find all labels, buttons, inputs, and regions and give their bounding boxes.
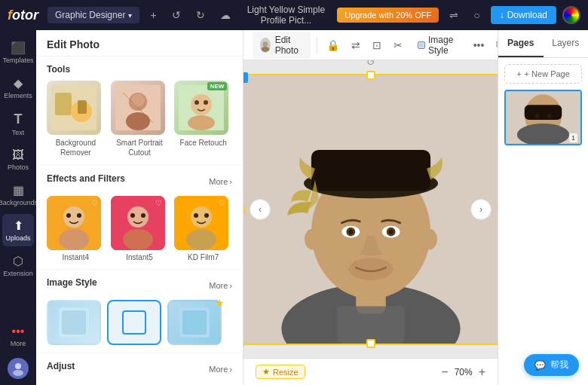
handle-bottom[interactable] [366,339,375,348]
color-picker-icon[interactable] [562,6,580,24]
chat-button[interactable]: 💬 帮我 [524,354,579,376]
tool-bg-remover[interactable]: BackgroundRemover [47,81,105,157]
effect-instant5[interactable]: ♡ Instant5 [111,196,169,261]
tool-face-retouch[interactable]: NEW Face Retouch [174,81,232,157]
svg-point-29 [186,229,216,250]
new-page-label: + New Page [525,69,570,78]
sidebar-label-templates: Templates [2,57,33,64]
more-dots-icon: ••• [12,325,25,338]
canvas-nav-right[interactable]: › [470,199,492,220]
style-item-3[interactable]: ★ [167,300,222,345]
tool-portrait[interactable]: Smart PortraitCutout [111,81,169,157]
tool-thumb-portrait [111,81,165,135]
sidebar-item-text[interactable]: T Text [2,107,34,141]
undo-icon[interactable]: ↺ [167,6,185,24]
panel-title: Edit Photo [47,38,100,50]
sidebar-item-uploads[interactable]: ⬆ Uploads [2,214,34,246]
add-page-icon[interactable]: + [145,6,161,24]
style-chevron-icon: › [229,281,232,290]
tool-label-bg: BackgroundRemover [47,138,105,157]
handle-top[interactable] [366,71,375,80]
sidebar-label-more: More [11,340,26,347]
download-label: Download [507,10,547,20]
cut-icon[interactable]: ✂ [390,36,406,54]
sidebar-item-elements[interactable]: ◆ Elements [2,72,34,104]
svg-point-23 [123,229,153,250]
right-tabs: Pages Layers [498,30,588,58]
sidebar-item-extension[interactable]: ⬡ Extension [2,249,34,282]
zoom-out-button[interactable]: − [441,365,448,379]
effects-chevron-icon: › [229,177,232,186]
svg-rect-5 [78,100,87,114]
handle-corner-br[interactable] [498,340,498,347]
svg-point-15 [204,100,208,105]
designer-label: Graphic Designer [55,10,125,20]
canvas-toolbar: Edit Photo 🔒 ⇄ ⊡ ✂ Image Style ••• ⧉ [243,30,498,60]
canvas-nav-left[interactable]: ‹ [250,199,271,220]
svg-rect-33 [62,310,86,335]
sidebar-item-templates[interactable]: ⬛ Templates [2,36,34,69]
effects-more-link[interactable]: More › [209,177,232,186]
elements-icon: ◆ [14,76,23,90]
cloud-icon[interactable]: ☁ [216,6,235,24]
handle-corner-tr[interactable] [498,72,498,79]
svg-point-38 [262,41,268,47]
new-page-button[interactable]: + + New Page [504,64,582,84]
svg-point-39 [261,47,269,52]
style-item-1[interactable] [47,300,101,345]
tab-layers[interactable]: Layers [544,30,589,57]
face-preview [179,85,224,130]
style3-preview [179,307,210,338]
effect-instant4[interactable]: ♡ Instant4 [47,196,105,261]
svg-point-14 [194,100,199,105]
crop-icon[interactable]: ⊡ [369,36,384,54]
image-frame[interactable] [243,74,498,345]
handle-right[interactable] [497,205,498,214]
effect-thumb-kdfilm7: ♡ [174,196,228,250]
tab-pages[interactable]: Pages [498,30,544,57]
adjust-more-link[interactable]: More › [209,365,232,374]
style-more-link[interactable]: More › [209,281,232,290]
download-button[interactable]: ↓ Download [491,6,556,24]
effects-grid: ♡ Instant4 ♡ [47,196,232,261]
effects-section: Effects and Filters More › [36,166,243,270]
image-style-button[interactable]: Image Style [412,32,464,59]
user-avatar[interactable] [8,358,29,379]
share-icon[interactable]: ⇌ [445,6,463,24]
upgrade-button[interactable]: Upgrade with 20% OFF [337,8,439,23]
effect-kdfilm7[interactable]: ♡ KD Film7 [174,196,232,261]
style-more-label: More [209,281,228,290]
svg-point-28 [191,206,212,228]
rotate-handle[interactable]: ↺ [366,60,375,68]
sidebar-item-backgrounds[interactable]: ▦ Backgrounds [2,179,34,211]
svg-rect-60 [525,105,562,120]
preview-icon[interactable]: ○ [469,6,484,24]
designer-dropdown[interactable]: Graphic Designer ▾ [47,7,139,23]
svg-point-8 [126,112,150,130]
svg-rect-57 [337,306,404,343]
portrait-svg [243,75,498,344]
adjust-chevron-icon: › [229,365,232,374]
redo-icon[interactable]: ↻ [191,6,210,24]
more-options-icon[interactable]: ••• [470,36,488,54]
portrait-preview [115,85,161,130]
page-thumbnail-1[interactable]: 1 [504,90,582,145]
handle-left[interactable] [243,205,245,214]
logo-text: fotor [8,8,38,23]
svg-point-0 [15,363,21,369]
sidebar-item-more[interactable]: ••• More [2,320,34,352]
effects-more-label: More [209,177,228,186]
resize-badge[interactable]: ★ Resize [256,365,305,379]
edit-photo-tab[interactable]: Edit Photo [253,32,311,59]
extension-icon: ⬡ [13,254,23,268]
tool-label-portrait: Smart PortraitCutout [111,138,169,157]
svg-point-12 [191,94,212,115]
star-badge-icon: ★ [215,297,225,309]
svg-point-63 [547,114,551,118]
sidebar-item-photos[interactable]: 🖼 Photos [2,144,34,176]
zoom-in-button[interactable]: + [479,365,485,379]
flip-h-icon[interactable]: ⇄ [348,36,363,54]
handle-corner-bl[interactable] [243,340,244,347]
style-item-2[interactable] [107,300,161,345]
lock-icon[interactable]: 🔒 [323,36,342,54]
